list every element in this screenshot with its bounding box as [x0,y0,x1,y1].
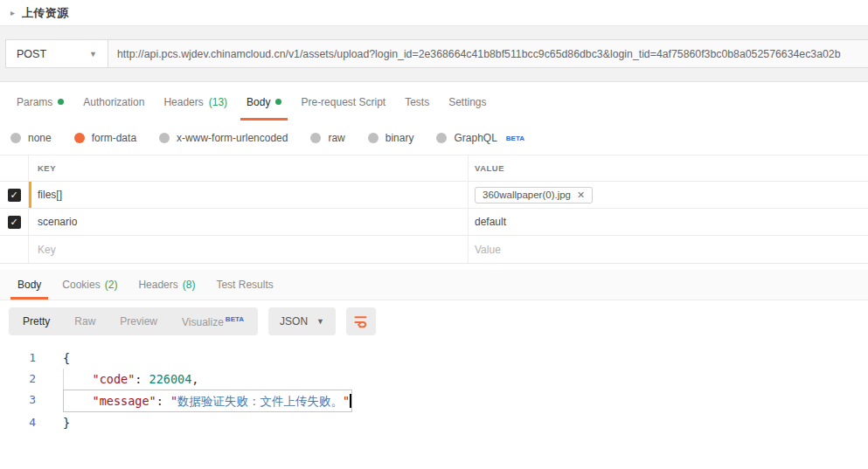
mode-x-www-form-urlencoded[interactable]: x-www-form-urlencoded [159,132,288,144]
view-switcher: Pretty Raw Preview VisualizeBETA [9,307,258,335]
line-number: 4 [0,412,51,433]
code-line: 1{ [0,348,868,369]
url-input[interactable] [108,39,868,68]
response-body-editor[interactable]: 1{2 "code": 226004,3 "message": "数据验证失败：… [0,341,868,469]
url-bar: POST ▼ [0,26,868,82]
chevron-down-icon: ▼ [89,50,97,59]
code-line-text: "message": "数据验证失败：文件上传失败。" [63,390,352,412]
key-cell: files[] [38,189,62,201]
request-header: ▸ 上传资源 [0,0,868,26]
radio-icon [159,133,170,143]
view-preview[interactable]: Preview [108,307,170,335]
text-cursor [350,394,351,408]
table-row-files: ✓ files[] 360wallpaper(0).jpg ✕ [0,182,868,209]
line-number: 2 [0,369,51,390]
mode-form-data[interactable]: form-data [74,132,136,144]
code-lines: 1{2 "code": 226004,3 "message": "数据验证失败：… [0,348,868,433]
request-title: 上传资源 [22,5,68,21]
line-number: 3 [0,390,51,412]
radio-icon [436,133,447,143]
tab-tests[interactable]: Tests [395,82,439,121]
table-row-placeholder: Key Value [0,236,868,263]
line-number: 1 [0,348,51,369]
file-chip-label: 360wallpaper(0).jpg [483,190,571,200]
radio-icon [310,133,321,143]
tab-pre-request-script[interactable]: Pre-request Script [291,82,395,121]
code-line: 2 "code": 226004, [0,369,868,390]
method-label: POST [17,48,46,60]
value-placeholder: Value [475,244,501,256]
close-icon[interactable]: ✕ [577,190,585,201]
tab-headers[interactable]: Headers (13) [154,82,237,121]
response-toolbar: Pretty Raw Preview VisualizeBETA JSON ▼ [0,300,868,341]
form-data-table: KEY VALUE ✓ files[] 360wallpaper(0).jpg … [0,155,868,264]
code-line: 4} [0,412,868,433]
code-line-text: { [63,348,70,369]
request-tabs: Params Authorization Headers (13) Body P… [0,82,868,121]
method-select[interactable]: POST ▼ [5,39,108,68]
warning-marker [29,182,31,208]
rest-client-app: ▸ 上传资源 POST ▼ Params Authorization Heade… [0,0,868,469]
row-checkbox-checked[interactable]: ✓ [8,189,21,202]
wrap-text-button[interactable] [346,307,376,335]
view-visualize[interactable]: VisualizeBETA [170,306,256,336]
headers-count: (13) [209,96,227,108]
value-cell: default [475,216,506,228]
tab-body[interactable]: Body [237,82,291,121]
radio-selected-icon [74,133,85,143]
collapse-arrow-icon[interactable]: ▸ [10,8,15,17]
response-tab-test-results[interactable]: Test Results [205,270,283,300]
response-tab-cookies[interactable]: Cookies (2) [52,270,128,300]
body-mode-row: none form-data x-www-form-urlencoded raw… [0,121,868,155]
code-line-text: "code": 226004, [63,369,198,390]
response-tabs: Body Cookies (2) Headers (8) Test Result… [0,270,868,300]
response-headers-count: (8) [183,279,196,291]
format-select[interactable]: JSON ▼ [268,307,336,335]
key-placeholder: Key [38,244,56,256]
response-tab-body[interactable]: Body [7,270,52,300]
row-checkbox-checked[interactable]: ✓ [8,216,21,229]
code-line-text: } [63,412,70,433]
cookies-count: (2) [105,279,118,291]
tab-settings[interactable]: Settings [439,82,496,121]
view-pretty[interactable]: Pretty [10,307,62,335]
code-line: 3 "message": "数据验证失败：文件上传失败。" [0,390,868,412]
value-column-header: VALUE [475,163,504,173]
key-column-header: KEY [38,163,56,173]
radio-icon [10,133,21,143]
format-label: JSON [280,315,308,328]
green-dot-icon [275,99,281,105]
view-raw[interactable]: Raw [62,307,108,335]
wrap-text-icon [353,314,368,328]
radio-icon [368,133,378,143]
tab-authorization[interactable]: Authorization [73,82,154,121]
table-row-scenario: ✓ scenario default [0,209,868,236]
green-dot-icon [58,99,64,105]
beta-badge: BETA [506,134,524,142]
key-cell: scenario [38,216,77,228]
file-chip[interactable]: 360wallpaper(0).jpg ✕ [475,187,593,203]
beta-badge: BETA [226,315,244,323]
response-tab-headers[interactable]: Headers (8) [128,270,205,300]
mode-raw[interactable]: raw [310,132,344,144]
tab-params[interactable]: Params [7,82,73,121]
mode-binary[interactable]: binary [368,132,414,144]
table-header-row: KEY VALUE [0,155,868,182]
mode-graphql[interactable]: GraphQL BETA [436,132,524,144]
chevron-down-icon: ▼ [316,317,324,326]
mode-none[interactable]: none [10,132,52,144]
